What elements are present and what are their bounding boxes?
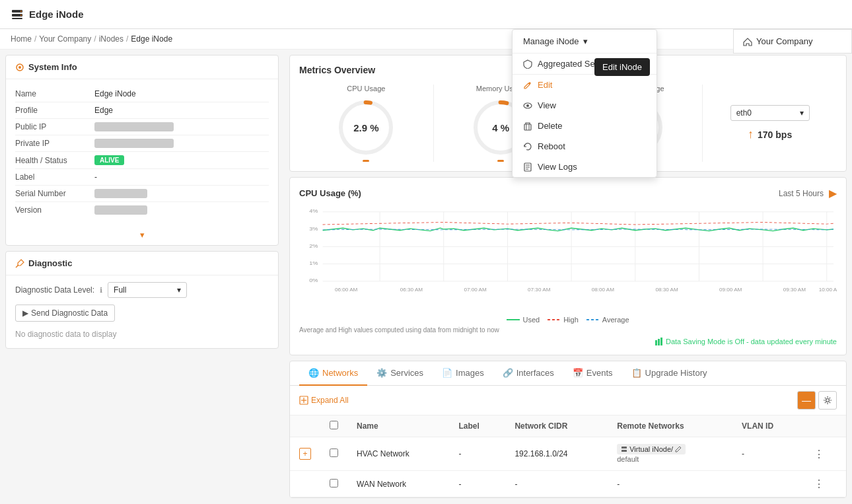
col-cidr: Network CIDR: [505, 415, 608, 437]
interface-dropdown[interactable]: eth0 ▾: [730, 105, 810, 121]
manage-inode-header[interactable]: Manage iNode ▾: [513, 30, 657, 54]
settings-network-button[interactable]: [818, 391, 837, 410]
row-checkbox-2[interactable]: [330, 479, 338, 487]
row-vlan-2: [732, 471, 804, 497]
svg-text:3%: 3%: [309, 225, 318, 231]
diagnostic-header: Diagnostic: [6, 252, 278, 275]
chart-header: CPU Usage (%) Last 5 Hours ▶: [299, 187, 837, 199]
row-menu-button-2[interactable]: ⋮: [814, 478, 824, 489]
svg-rect-51: [524, 124, 531, 130]
system-info-section: System Info Name Edge iNode Profile Edge…: [5, 55, 279, 246]
svg-text:4%: 4%: [309, 208, 318, 214]
row-label: -: [449, 437, 505, 471]
row-label-2: -: [449, 471, 505, 497]
tabs-header: 🌐 Networks ⚙️ Services 📄 Images 🔗 Interf…: [290, 361, 846, 386]
settings-icon: [15, 63, 24, 72]
tab-images[interactable]: 📄 Images: [433, 361, 493, 386]
expand-all-button[interactable]: Expand All: [299, 396, 349, 405]
svg-point-4: [20, 15, 22, 16]
table-row: WAN Network - - - ⋮: [290, 471, 846, 497]
left-panel: System Info Name Edge iNode Profile Edge…: [0, 50, 284, 503]
network-interface: eth0 ▾ ↑ 170 bps: [703, 105, 837, 141]
info-label-health: Health / Status: [15, 156, 94, 165]
row-menu-button[interactable]: ⋮: [814, 449, 824, 460]
reboot-icon: [523, 142, 532, 151]
svg-text:2%: 2%: [309, 243, 318, 249]
info-row-publicip: Public IP: [15, 119, 269, 135]
cpu-gauge: CPU Usage 2.9 %: [299, 85, 434, 162]
info-value-name: Edge iNode: [94, 89, 136, 98]
row-name-2: WAN Network: [347, 471, 449, 497]
tab-upgrade-history[interactable]: 📋 Upgrade History: [622, 361, 717, 386]
col-checkbox: [320, 415, 347, 437]
dropdown-reboot[interactable]: Reboot: [513, 136, 657, 157]
breadcrumb-inodes[interactable]: iNodes: [99, 34, 124, 44]
services-tab-icon: ⚙️: [376, 368, 387, 378]
svg-text:07:00 AM: 07:00 AM: [464, 287, 486, 293]
manage-inode-label: Manage iNode: [523, 36, 579, 46]
wrench-icon: [15, 259, 24, 268]
cpu-indicator: [363, 160, 369, 162]
tab-services[interactable]: ⚙️ Services: [367, 361, 433, 386]
breadcrumb-current: Edge iNode: [131, 34, 172, 44]
breadcrumb-home[interactable]: Home: [11, 34, 32, 44]
virtual-inode-default: default: [617, 455, 639, 463]
svg-text:08:00 AM: 08:00 AM: [592, 287, 614, 293]
info-row-privateip: Private IP: [15, 135, 269, 152]
memory-indicator: [497, 160, 504, 162]
dropdown-view[interactable]: View: [513, 95, 657, 116]
row-expand-col-2: [290, 471, 320, 497]
chart-next-icon[interactable]: ▶: [829, 187, 837, 199]
system-info-title: System Info: [28, 62, 77, 72]
col-actions: [804, 415, 846, 437]
networks-tbody: + HVAC Network - 192.168.1.0/24: [290, 437, 846, 497]
info-label-name: Name: [15, 89, 94, 98]
add-network-button[interactable]: —: [797, 391, 816, 410]
app-title: Edge iNode: [29, 9, 84, 20]
memory-gauge-value: 4 %: [492, 122, 509, 133]
breadcrumb: Home / Your Company / iNodes / Edge iNod…: [0, 29, 852, 50]
manage-inode-menu: Manage iNode ▾ Aggregated Security Polic…: [512, 29, 657, 178]
dropdown-reboot-label: Reboot: [538, 141, 565, 151]
diagnostic-content: Diagnostic Data Level: ℹ Full ▾ ▶ Send D…: [6, 275, 278, 348]
select-all-checkbox[interactable]: [330, 421, 338, 429]
svg-rect-47: [621, 447, 627, 449]
data-saving-text: Data Saving Mode is Off - data updated e…: [666, 338, 837, 345]
col-name: Name: [347, 415, 449, 437]
expand-all-label: Expand All: [311, 396, 349, 405]
chart-area: 4% 3% 2% 1% 0%: [299, 206, 837, 312]
svg-text:10:00 AM: 10:00 AM: [819, 287, 837, 293]
tab-events[interactable]: 📅 Events: [563, 361, 622, 386]
status-badge: ALIVE: [94, 155, 124, 165]
table-row: + HVAC Network - 192.168.1.0/24: [290, 437, 846, 471]
cpu-gauge-value: 2.9 %: [353, 122, 378, 133]
system-info-expand[interactable]: ▾: [6, 225, 278, 245]
virtual-inode-badge: Virtual iNode/: [617, 444, 686, 454]
row-expand-button[interactable]: +: [299, 448, 311, 460]
row-menu-col: ⋮: [804, 437, 846, 471]
info-label-version: Version: [15, 205, 94, 215]
info-row-profile: Profile Edge: [15, 102, 269, 119]
breadcrumb-company[interactable]: Your Company: [39, 34, 91, 44]
legend-average: Average: [586, 316, 629, 324]
diagnostic-level-select[interactable]: Full ▾: [108, 282, 187, 298]
info-label-profile: Profile: [15, 106, 94, 115]
tab-events-label: Events: [586, 368, 613, 378]
tab-services-label: Services: [390, 368, 423, 378]
tab-interfaces[interactable]: 🔗 Interfaces: [493, 361, 563, 386]
row-checkbox[interactable]: [330, 449, 338, 457]
app-logo: Edge iNode: [11, 8, 84, 21]
legend-high-label: High: [563, 316, 579, 324]
data-saving-status: Data Saving Mode is Off - data updated e…: [299, 338, 837, 345]
interfaces-tab-icon: 🔗: [503, 368, 513, 378]
header: Edge iNode: [0, 0, 852, 29]
eye-icon: [523, 101, 532, 110]
dropdown-delete[interactable]: Delete: [513, 116, 657, 136]
dropdown-edit[interactable]: Edit: [513, 75, 657, 95]
info-value-publicip: [94, 122, 174, 131]
send-diagnostic-button[interactable]: ▶ Send Diagnostic Data: [15, 305, 115, 322]
tab-networks[interactable]: 🌐 Networks: [299, 361, 367, 386]
dropdown-view-logs[interactable]: View Logs: [513, 157, 657, 177]
info-value-version: [94, 205, 147, 215]
row-remote-2: -: [608, 471, 732, 497]
